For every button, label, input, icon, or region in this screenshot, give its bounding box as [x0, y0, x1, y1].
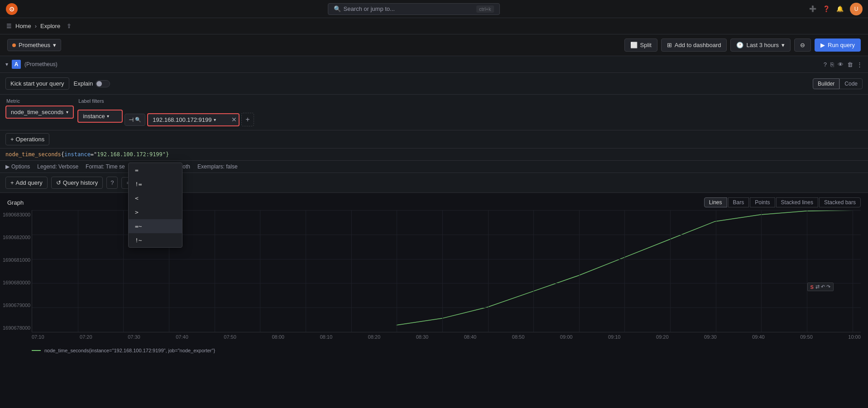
toggle-knob — [96, 81, 102, 86]
search-icon: 🔍 — [334, 5, 341, 12]
x-label-0900: 09:00 — [560, 334, 573, 340]
query-letter: A — [12, 60, 21, 69]
metric-field-group: Metric node_time_seconds ▾ — [5, 98, 74, 119]
x-label-0730: 07:30 — [128, 334, 140, 340]
graph-type-points[interactable]: Points — [750, 197, 775, 207]
x-axis: 07:10 07:20 07:30 07:40 07:50 08:00 08:1… — [32, 332, 861, 341]
time-range-selector[interactable]: 🕐 Last 3 hours ▾ — [730, 38, 791, 52]
operator-option-lt[interactable]: < — [129, 191, 182, 205]
add-query-label: Add query — [16, 179, 43, 186]
search-placeholder: Search or jump to... — [344, 5, 395, 12]
add-operations-button[interactable]: + Operations — [5, 133, 49, 145]
expr-label-value: 192.168.100.172:9199"} — [97, 151, 169, 158]
add-filter-button[interactable]: + — [241, 113, 254, 126]
copy-query-icon[interactable]: ⎘ — [830, 61, 834, 68]
expr-operator: =" — [91, 151, 97, 158]
options-toggle[interactable]: ▶ Options — [5, 163, 30, 170]
share-icon[interactable]: ⇧ — [67, 23, 72, 29]
svg-text:⊙: ⊙ — [9, 5, 14, 13]
label-filter-group: Label filters instance ▾ op ⊣ 🔍 val — [77, 98, 254, 126]
x-label-0830: 08:30 — [416, 334, 429, 340]
time-range-label: Last 3 hours — [746, 42, 779, 48]
x-label-0930: 09:30 — [704, 334, 717, 340]
metric-label: Metric — [5, 98, 74, 104]
x-label-0850: 08:50 — [512, 334, 525, 340]
inspector-button[interactable]: ? — [106, 177, 118, 189]
code-button[interactable]: Code — [839, 78, 863, 89]
add-query-button[interactable]: + Add query — [5, 177, 48, 189]
options-legend: Legend: Verbose — [37, 163, 78, 170]
add-button[interactable]: ➕ — [809, 5, 816, 12]
bell-icon[interactable]: 🔔 — [836, 5, 844, 12]
label-filter-row: instance ▾ op ⊣ 🔍 val 192.168.100.172:91… — [77, 106, 254, 126]
toolbar-left: Prometheus ▾ — [7, 39, 61, 51]
grafana-logo[interactable]: ⊙ — [5, 3, 18, 15]
builder-code-switch: Builder Code — [813, 78, 863, 89]
datasource-selector[interactable]: Prometheus ▾ — [7, 39, 61, 51]
operations-row: + Operations — [0, 130, 868, 148]
legend-text: node_time_seconds{instance="192.168.100.… — [44, 348, 215, 353]
datasource-name: Prometheus — [19, 42, 50, 48]
graph-type-lines[interactable]: Lines — [704, 197, 727, 207]
y-label-4: 1690680000 — [3, 280, 28, 285]
metric-caret: ▾ — [66, 110, 68, 115]
label-name-selector[interactable]: instance ▾ — [77, 110, 123, 123]
query-history-button[interactable]: ↺ Query history — [51, 177, 103, 189]
hamburger-icon[interactable]: ☰ — [6, 23, 12, 29]
operator-option-gt[interactable]: > — [129, 205, 182, 219]
label-value-selector[interactable]: 192.168.100.172:9199 ▾ — [148, 114, 230, 125]
explain-row: Explain — [74, 80, 110, 87]
eye-icon[interactable]: 👁 — [838, 61, 844, 68]
explain-toggle[interactable] — [96, 80, 110, 87]
operator-option-eq[interactable]: = — [129, 163, 182, 177]
operator-option-eqr[interactable]: =~ — [129, 219, 182, 233]
graph-title: Graph — [7, 199, 24, 206]
metric-value: node_time_seconds — [11, 109, 63, 115]
kick-start-button[interactable]: Kick start your query — [5, 77, 69, 90]
label-name-value: instance — [83, 113, 105, 120]
split-button[interactable]: ⬜ Split — [624, 38, 657, 52]
operator-selector[interactable]: ⊣ 🔍 — [125, 114, 145, 126]
y-label-2: 1690682000 — [3, 235, 28, 240]
builder-button[interactable]: Builder — [813, 78, 839, 89]
expression-row: node_time_seconds{instance="192.168.100.… — [0, 148, 868, 160]
help-query-icon[interactable]: ? — [824, 61, 827, 68]
run-query-button[interactable]: ▶ Run query — [815, 38, 861, 52]
delete-query-icon[interactable]: 🗑 — [847, 61, 853, 68]
inspector-icon: ? — [110, 179, 114, 186]
options-exemplars: Exemplars: false — [197, 163, 238, 170]
breadcrumb-explore[interactable]: Explore — [40, 23, 60, 29]
query-datasource: (Prometheus) — [24, 61, 58, 67]
query-editor-container: ▾ A (Prometheus) ? ⎘ 👁 🗑 ⋮ Kick start yo… — [0, 56, 868, 193]
graph-type-stacked-bars[interactable]: Stacked bars — [819, 197, 861, 207]
x-label-0810: 08:10 — [320, 334, 332, 340]
options-caret: ▶ — [5, 163, 10, 170]
y-label-6: 1690678000 — [3, 325, 28, 331]
more-options-icon[interactable]: ⋮ — [857, 61, 863, 68]
avatar[interactable]: U — [850, 3, 863, 15]
value-field-group: val 192.168.100.172:9199 ▾ ✕ — [147, 106, 240, 126]
toolbar: Prometheus ▾ ⬜ Split ⊞ Add to dashboard … — [0, 34, 868, 56]
collapse-button[interactable]: ▾ — [5, 61, 8, 67]
search-bar[interactable]: 🔍 Search or jump to... ctrl+k — [328, 3, 500, 15]
query-header-left: ▾ A (Prometheus) — [5, 60, 58, 69]
breadcrumb-home[interactable]: Home — [15, 23, 31, 29]
split-label: Split — [640, 42, 652, 48]
operator-option-neq[interactable]: != — [129, 177, 182, 191]
floating-legend-s: S — [810, 284, 814, 290]
metric-selector[interactable]: node_time_seconds ▾ — [5, 106, 74, 119]
help-icon[interactable]: ❓ — [823, 5, 830, 12]
search-shortcut: ctrl+k — [476, 5, 494, 13]
add-to-dashboard-button[interactable]: ⊞ Add to dashboard — [661, 38, 727, 52]
label-name-caret: ▾ — [107, 114, 109, 119]
clear-label-value-button[interactable]: ✕ — [230, 115, 239, 124]
graph-type-bars[interactable]: Bars — [728, 197, 749, 207]
label-value: 192.168.100.172:9199 — [153, 116, 211, 123]
zoom-out-button[interactable]: ⊖ — [794, 38, 811, 52]
expr-open-brace: { — [61, 151, 64, 158]
options-format: Format: Time se — [86, 163, 125, 170]
breadcrumb-sep: › — [35, 23, 37, 29]
operator-option-neqr[interactable]: !~ — [129, 233, 182, 247]
graph-type-stacked-lines[interactable]: Stacked lines — [776, 197, 818, 207]
x-label-0710: 07:10 — [32, 334, 44, 340]
